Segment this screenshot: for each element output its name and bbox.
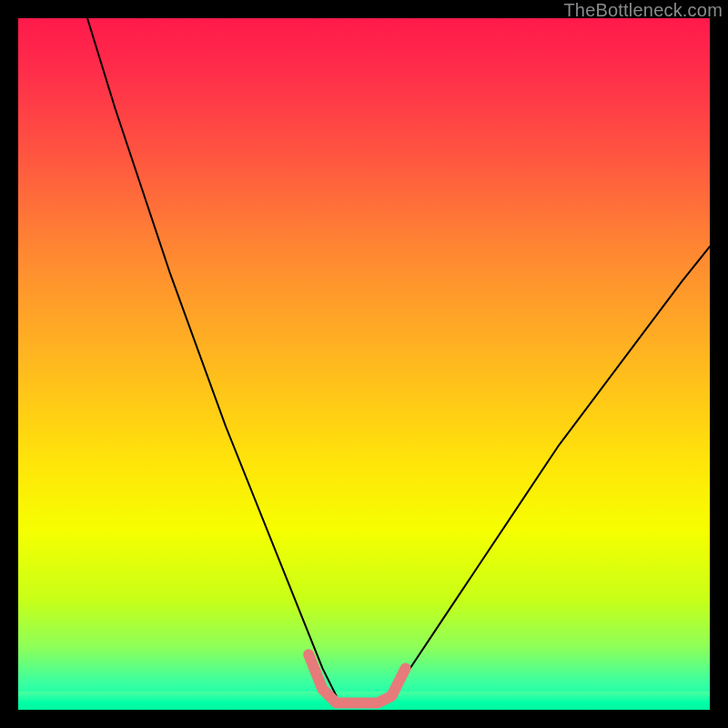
series-curve-right-branch [391,247,710,696]
chart-overlay-svg [18,18,710,710]
chart-frame: TheBottleneck.com [0,0,728,728]
plot-area [18,18,710,710]
series-curve-left-branch [87,18,337,696]
chart-series-group [87,18,710,703]
series-valley-pink-highlight [308,654,405,703]
